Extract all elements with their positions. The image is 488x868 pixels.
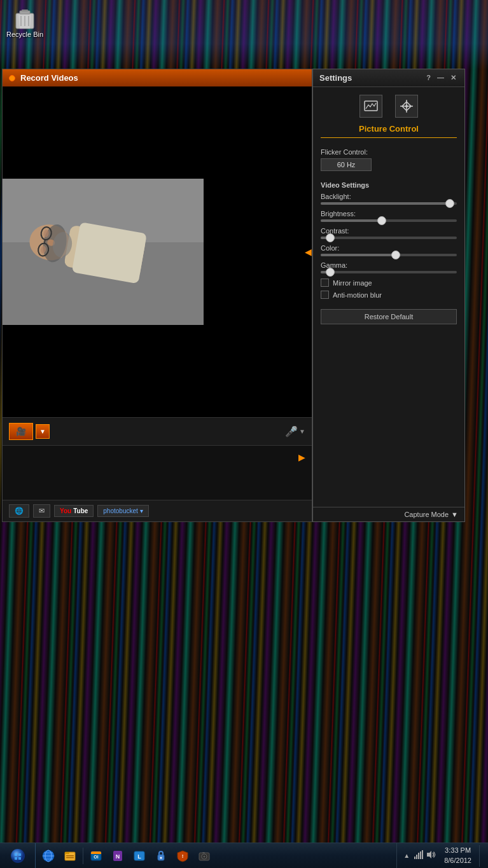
svg-text:!: ! — [182, 853, 184, 859]
brightness-slider[interactable] — [321, 219, 457, 222]
taskbar-item-lock[interactable] — [151, 845, 171, 867]
share-bar: 🌐 ✉ YouTube photobucket ▾ — [3, 500, 312, 521]
svg-text:Ol: Ol — [94, 855, 98, 859]
titlebar-dot — [9, 75, 15, 81]
taskbar-item-camera[interactable] — [194, 845, 214, 867]
svg-rect-59 — [422, 850, 423, 859]
svg-rect-41 — [91, 853, 101, 854]
show-desktop-button[interactable] — [479, 845, 483, 867]
share-web-button[interactable]: 🌐 — [9, 504, 29, 518]
photobucket-label: photobucket ▾ — [103, 507, 143, 514]
video-titlebar: Record Videos — [3, 69, 312, 86]
bottom-arrow[interactable]: ▶ — [298, 452, 305, 462]
notification-area: ▲ — [402, 852, 411, 859]
tray-network-icon[interactable] — [414, 850, 424, 861]
svg-rect-58 — [420, 851, 421, 859]
settings-icon-row — [321, 95, 457, 118]
taskbar-item-app5[interactable]: L — [129, 845, 150, 867]
minimize-button[interactable]: — — [435, 74, 446, 82]
video-controls: 🎥 ▼ 🎤 ▼ — [3, 417, 312, 445]
gamma-slider-container: Gamma: — [321, 261, 457, 273]
svg-rect-26 — [15, 853, 17, 856]
recycle-bin-label: Recycle Bin — [6, 31, 43, 38]
record-dropdown-button[interactable]: ▼ — [36, 424, 50, 439]
record-button[interactable]: 🎥 — [9, 423, 33, 440]
settings-title: Settings — [319, 73, 352, 83]
restore-default-button[interactable]: Restore Default — [321, 309, 457, 324]
taskbar-item-outlook[interactable]: Ol — [86, 845, 106, 867]
svg-marker-60 — [427, 851, 431, 858]
clock-area[interactable]: 3:33 PM 8/6/2012 — [439, 846, 477, 865]
capture-mode-label: Capture Mode — [404, 511, 449, 518]
svg-rect-36 — [65, 852, 69, 854]
flicker-label: Flicker Control: — [321, 148, 457, 156]
gamma-slider[interactable] — [321, 271, 457, 273]
taskbar-item-shield[interactable]: ! — [172, 845, 193, 867]
clock-time: 3:33 PM — [445, 846, 471, 855]
taskbar-item-onenote[interactable]: N — [108, 845, 128, 867]
recycle-bin-icon[interactable]: Recycle Bin — [6, 5, 43, 38]
tray-volume-icon[interactable] — [426, 850, 436, 861]
brightness-label: Brightness: — [321, 210, 457, 217]
svg-rect-2 — [22, 10, 28, 11]
close-button[interactable]: ✕ — [449, 74, 458, 82]
video-settings-label: Video Settings — [321, 181, 457, 189]
hz-value: 60 Hz — [337, 161, 356, 169]
capture-mode-dropdown-icon[interactable]: ▼ — [451, 511, 458, 518]
app-window: Record Videos — [2, 69, 476, 522]
share-youtube-button[interactable]: YouTube — [54, 505, 94, 517]
clock-date: 8/6/2012 — [444, 856, 471, 865]
mic-icon: 🎤 — [285, 425, 298, 437]
svg-rect-37 — [66, 855, 74, 857]
gamma-label: Gamma: — [321, 261, 457, 269]
svg-rect-57 — [418, 853, 419, 859]
video-bottom-area: ▶ 🌐 ✉ YouTube photobucket ▾ — [3, 445, 312, 521]
mirror-image-row[interactable]: Mirror image — [321, 279, 457, 287]
anti-motion-blur-checkbox[interactable] — [321, 291, 329, 299]
taskbar-item-explorer[interactable] — [60, 845, 80, 867]
hz-dropdown[interactable]: 60 Hz — [321, 158, 372, 171]
collapse-arrow[interactable]: ◀ — [305, 247, 312, 257]
taskbar: Ol N L ! — [0, 843, 488, 868]
backlight-slider-container: Backlight: — [321, 193, 457, 205]
svg-rect-55 — [414, 857, 415, 859]
svg-text:L: L — [137, 853, 141, 860]
color-label: Color: — [321, 244, 457, 252]
mirror-image-label: Mirror image — [333, 279, 372, 287]
share-email-button[interactable]: ✉ — [33, 504, 50, 518]
anti-motion-blur-row[interactable]: Anti-motion blur — [321, 291, 457, 299]
web-share-icon: 🌐 — [15, 507, 24, 515]
capture-mode-bar: Capture Mode ▼ — [313, 507, 464, 521]
backlight-slider[interactable] — [321, 202, 457, 205]
share-photobucket-button[interactable]: photobucket ▾ — [97, 505, 148, 517]
svg-rect-29 — [18, 857, 21, 860]
email-share-icon: ✉ — [39, 507, 45, 515]
svg-rect-27 — [18, 853, 21, 856]
svg-line-16 — [45, 240, 45, 244]
taskbar-item-ie[interactable] — [38, 845, 59, 867]
color-slider[interactable] — [321, 254, 457, 256]
mirror-image-checkbox[interactable] — [321, 279, 329, 287]
svg-point-53 — [204, 856, 205, 857]
help-button[interactable]: ? — [424, 74, 433, 82]
anti-motion-blur-label: Anti-motion blur — [333, 291, 382, 299]
video-preview-area: ◀ — [3, 86, 312, 417]
brightness-slider-container: Brightness: — [321, 210, 457, 222]
svg-text:N: N — [116, 853, 120, 860]
svg-rect-28 — [15, 857, 17, 860]
record-icon: 🎥 — [16, 427, 26, 436]
start-button[interactable] — [0, 843, 36, 869]
video-content — [3, 179, 204, 325]
motion-control-icon-btn[interactable] — [395, 95, 418, 118]
svg-point-48 — [160, 857, 162, 858]
contrast-label: Contrast: — [321, 227, 457, 235]
settings-content: Picture Control Flicker Control: 60 Hz V… — [313, 87, 464, 507]
tray-expand-button[interactable]: ▲ — [402, 852, 411, 859]
svg-rect-56 — [416, 855, 417, 859]
video-panel-title: Record Videos — [20, 73, 78, 83]
color-slider-container: Color: — [321, 244, 457, 256]
youtube-label: You — [60, 507, 71, 514]
contrast-slider[interactable] — [321, 237, 457, 239]
picture-control-icon-btn[interactable] — [359, 95, 382, 118]
mic-dropdown[interactable]: ▼ — [299, 428, 305, 435]
